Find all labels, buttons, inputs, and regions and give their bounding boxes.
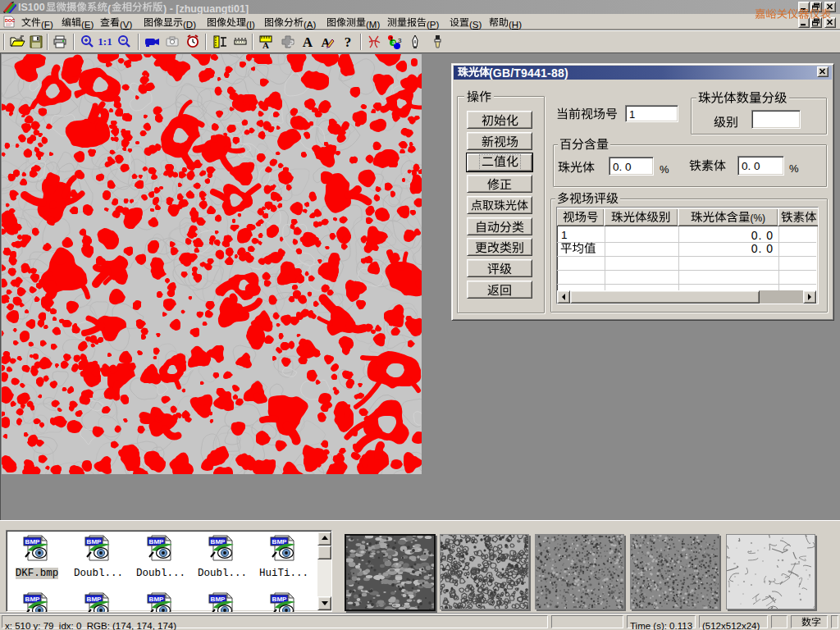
svg-text:A: A bbox=[303, 34, 313, 49]
svg-text:3: 3 bbox=[398, 37, 402, 44]
svg-text:A: A bbox=[262, 40, 269, 49]
svg-text:?: ? bbox=[345, 34, 352, 49]
svg-text:1:1: 1:1 bbox=[98, 35, 112, 48]
svg-text:a: a bbox=[392, 39, 395, 45]
svg-text:DOC: DOC bbox=[5, 18, 15, 23]
